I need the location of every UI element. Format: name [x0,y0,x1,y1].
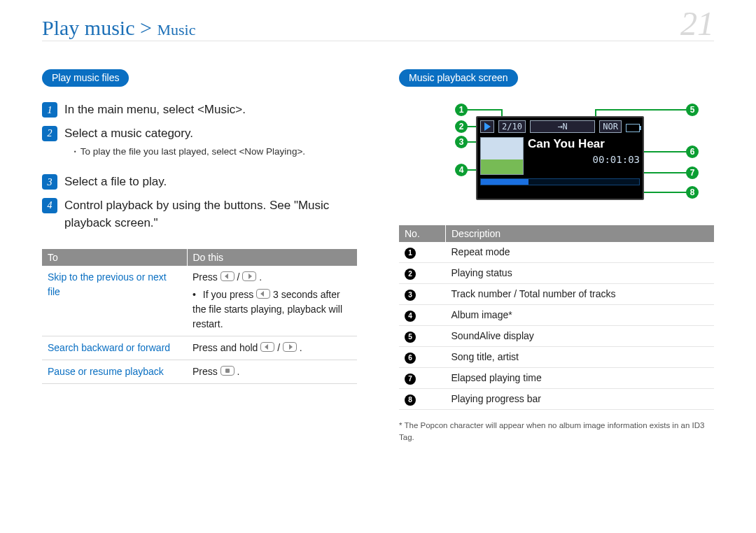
callout-3-icon: 3 [455,136,468,148]
row-to: Skip to the previous or next file [42,266,187,336]
controls-table: To Do this Skip to the previous or next … [42,249,357,384]
elapsed-time: 00:01:03 [528,154,640,165]
row-do: Press . [187,360,357,383]
page-header: Play music > Music 21 [42,7,714,41]
do-post: . [259,271,262,283]
callout-line [467,109,502,111]
page-number: 21 [680,7,714,41]
bullet-pre: If you press [203,289,256,300]
track-counter: 2/10 [498,120,526,133]
step-2: 2 Select a music category. To play the f… [42,125,357,168]
callout-line [595,109,687,111]
bullet-number-icon: 3 [405,290,416,301]
bullet-number-icon: 4 [405,311,416,322]
bullet-number-icon: 2 [405,269,416,280]
callout-line [467,169,477,171]
step-1: 1 In the main menu, select <Music>. [42,101,357,119]
left-button-icon [260,342,274,352]
callout-line [467,141,477,143]
step-text: Select a music category. [64,127,193,140]
step-text: Control playback by using the buttons. S… [64,197,357,232]
soundalive-indicator: NOR [599,120,622,133]
do-sep: / [237,271,243,283]
bullet-number-icon: 7 [405,374,416,385]
desc-no: 5 [399,326,446,347]
right-button-icon [283,342,297,352]
screen-status-row: 2/10 →N NOR [477,118,643,133]
desc-text: SoundAlive display [446,326,715,347]
step-number-icon: 4 [42,198,57,213]
callout-6-icon: 6 [686,145,699,158]
table-row: 5SoundAlive display [399,326,714,347]
right-button-icon [242,271,256,281]
do-text: Press and hold [192,342,260,353]
desc-text: Song title, artist [446,347,715,368]
description-table: No. Description 1Repeat mode2Playing sta… [399,225,714,410]
do-sep: / [277,342,283,353]
left-column: Play music files 1 In the main menu, sel… [42,69,357,444]
col-do: Do this [187,249,357,266]
screen-main-row: Can You Hear 00:01:03 [477,133,643,175]
battery-icon [626,124,640,132]
section-pill-playback-screen: Music playback screen [399,69,518,87]
do-post: . [300,342,302,353]
table-row: Skip to the previous or next file Press … [42,266,357,336]
table-row: 1Repeat mode [399,242,714,263]
col-to: To [42,249,187,266]
right-column: Music playback screen 1 2 3 4 5 6 7 8 [399,69,714,444]
do-post: . [237,366,240,377]
desc-text: Elapsed playing time [446,368,715,389]
desc-no: 8 [399,389,446,410]
col-no: No. [399,225,446,242]
step-sub-bullet: To play the file you last played, select… [74,145,357,159]
desc-no: 4 [399,305,446,326]
do-text: Press [192,366,220,377]
song-info: Can You Hear 00:01:03 [528,137,640,175]
do-bullet: If you press 3 seconds after the file st… [192,287,351,332]
song-title: Can You Hear [528,137,640,151]
progress-bar [480,178,640,185]
table-row: Pause or resume playback Press . [42,360,357,383]
repeat-mode-icon: →N [530,120,595,133]
table-row: 6Song title, artist [399,347,714,368]
bullet-number-icon: 5 [405,332,416,343]
breadcrumb-sub: Music [157,21,195,38]
bullet-number-icon: 1 [405,248,416,259]
callout-4-icon: 4 [455,164,468,176]
callout-line [644,151,687,152]
table-row: Search backward or forward Press and hol… [42,336,357,360]
callout-line [644,172,687,173]
table-row: 2Playing status [399,263,714,284]
callout-1-icon: 1 [455,104,468,116]
bullet-number-icon: 6 [405,353,416,364]
center-button-icon [220,366,234,376]
desc-no: 3 [399,284,446,305]
desc-text: Playing status [446,263,715,284]
table-row: 7Elapsed playing time [399,368,714,389]
step-3: 3 Select a file to play. [42,173,357,191]
step-number-icon: 3 [42,174,57,190]
steps-list: 1 In the main menu, select <Music>. 2 Se… [42,101,357,232]
row-to: Pause or resume playback [42,360,187,383]
callout-8-icon: 8 [686,186,699,199]
playback-diagram: 1 2 3 4 5 6 7 8 2/10 →N [399,101,707,213]
desc-no: 6 [399,347,446,368]
section-pill-play-files: Play music files [42,69,129,87]
left-button-icon [220,271,234,281]
step-text: Select a file to play. [64,173,167,191]
callout-line [644,192,687,193]
step-4: 4 Control playback by using the buttons.… [42,197,357,232]
breadcrumb: Play music > Music [42,16,195,40]
step-text: In the main menu, select <Music>. [64,101,246,119]
callout-5-icon: 5 [686,104,699,116]
desc-no: 1 [399,242,446,263]
left-button-icon [256,289,270,299]
step-number-icon: 1 [42,102,57,118]
table-row: 4Album image* [399,305,714,326]
do-text: Press [192,271,220,283]
desc-text: Repeat mode [446,242,715,263]
row-do: Press and hold / . [187,336,357,360]
footnote: * The Popcon character will appear when … [399,420,714,444]
row-do: Press / . If you press 3 seconds after t… [187,266,357,336]
desc-no: 2 [399,263,446,284]
